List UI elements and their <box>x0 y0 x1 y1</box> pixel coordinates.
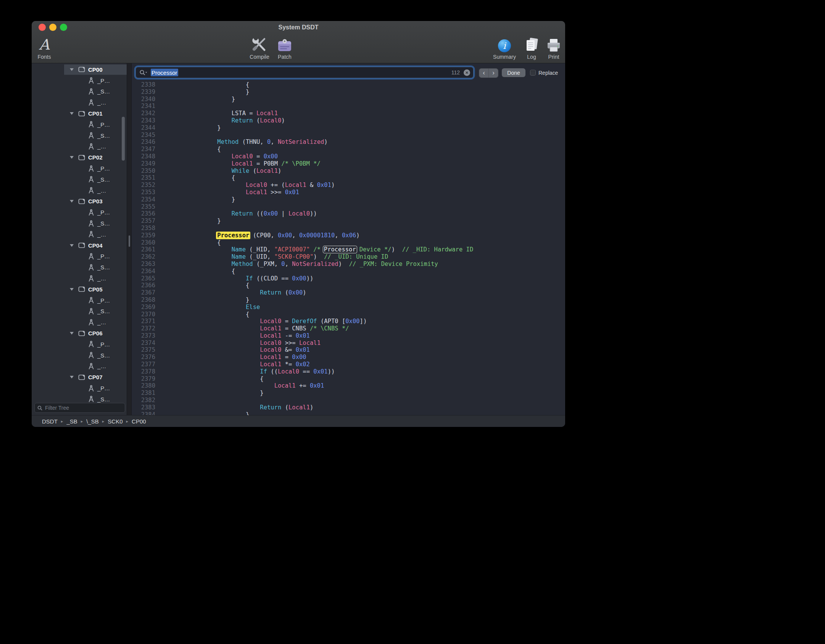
code-line: 2359 Processor (CP00, 0x00, 0x00001810, … <box>132 232 565 239</box>
sidebar-scrollbar[interactable] <box>122 117 125 161</box>
disclosure-triangle-icon[interactable] <box>70 244 74 247</box>
tree-item-child[interactable]: _S… <box>32 86 127 97</box>
code-line: 2348 Local0 = 0x00 <box>132 153 565 160</box>
done-button[interactable]: Done <box>502 68 525 77</box>
code-text: Return (Local1) <box>160 404 313 411</box>
line-number: 2359 <box>132 232 155 239</box>
tree-item-child[interactable]: _… <box>32 273 127 284</box>
code-text: } <box>160 96 235 103</box>
tree-item-cp04[interactable]: CP04 <box>32 240 127 251</box>
disclosure-triangle-icon[interactable] <box>70 376 74 378</box>
code-line: 2364 { <box>132 268 565 275</box>
tree-item-label: _P… <box>97 297 110 304</box>
tree-item-label: _S… <box>97 352 110 359</box>
log-toolbar-button[interactable]: Log <box>522 35 541 60</box>
tree-item-child[interactable]: _S… <box>32 394 127 404</box>
tree-item-cp07[interactable]: CP07 <box>32 372 127 383</box>
line-number: 2379 <box>132 375 155 383</box>
find-field[interactable]: Processor 112 ✕ <box>135 67 474 78</box>
find-match-current: Processor <box>216 232 250 239</box>
fonts-toolbar-button[interactable]: A Fonts <box>33 35 55 60</box>
disclosure-triangle-icon[interactable] <box>70 112 74 115</box>
method-icon <box>88 220 94 227</box>
tree-item-cp00[interactable]: CP00 <box>32 64 127 75</box>
tree-item-child[interactable]: _P… <box>32 383 127 394</box>
tree-item-label: _S… <box>97 220 110 227</box>
breadcrumb-item[interactable]: \_SB <box>86 418 99 425</box>
tree-item-child[interactable]: _S… <box>32 130 127 141</box>
code-line: 2361 Name (_HID, "ACPI0007" /* Processor… <box>132 246 565 253</box>
tree-item-child[interactable]: _… <box>32 361 127 372</box>
tree-item-label: _… <box>97 275 106 282</box>
tree-item-child[interactable]: _P… <box>32 339 127 350</box>
window-title: System DSDT <box>32 24 565 31</box>
tree-item-cp06[interactable]: CP06 <box>32 328 127 339</box>
method-icon <box>88 143 94 150</box>
tree-item-child[interactable]: _… <box>32 185 127 196</box>
scope-icon <box>78 330 85 336</box>
tree-item-child[interactable]: _S… <box>32 306 127 317</box>
breadcrumb-item[interactable]: SCK0 <box>108 418 122 425</box>
line-number: 2341 <box>132 103 155 110</box>
summary-label: Summary <box>493 54 516 60</box>
replace-checkbox[interactable] <box>530 70 536 76</box>
code-line: 2358 <box>132 225 565 232</box>
search-icon <box>37 406 42 411</box>
breadcrumb-separator-icon: ▸ <box>61 419 63 424</box>
find-previous-button[interactable]: ‹ <box>479 69 489 77</box>
code-line: 2340 } <box>132 96 565 103</box>
tree-item-child[interactable]: _P… <box>32 119 127 130</box>
method-icon <box>88 385 94 392</box>
disclosure-triangle-icon[interactable] <box>70 156 74 159</box>
breadcrumb-item[interactable]: DSDT <box>42 418 58 425</box>
tree-item-cp03[interactable]: CP03 <box>32 196 127 207</box>
tree-item-child[interactable]: _P… <box>32 207 127 218</box>
tree-item-child[interactable]: _P… <box>32 295 127 306</box>
code-text: } <box>160 296 249 304</box>
divider-handle-icon[interactable] <box>129 235 130 247</box>
summary-toolbar-button[interactable]: i Summary <box>488 35 521 60</box>
window-header: System DSDT A Fonts Compile <box>32 21 565 63</box>
tree-item-child[interactable]: _… <box>32 317 127 328</box>
tree-item-cp05[interactable]: CP05 <box>32 284 127 295</box>
disclosure-triangle-icon[interactable] <box>70 332 74 335</box>
tree-item-child[interactable]: _S… <box>32 262 127 273</box>
breadcrumb-item[interactable]: CP00 <box>132 418 146 425</box>
line-number: 2377 <box>132 361 155 368</box>
tree-item-label: _P… <box>97 253 110 259</box>
tree-item-child[interactable]: _… <box>32 141 127 152</box>
tree-item-child[interactable]: _P… <box>32 163 127 174</box>
clear-search-button[interactable]: ✕ <box>464 69 470 76</box>
breadcrumb-item[interactable]: _SB <box>66 418 77 425</box>
search-menu-icon[interactable] <box>139 69 148 76</box>
print-label: Print <box>548 54 559 60</box>
line-number: 2363 <box>132 261 155 268</box>
tree-item-cp02[interactable]: CP02 <box>32 152 127 163</box>
tree-item-label: _S… <box>97 308 110 314</box>
code-editor[interactable]: 2338 {2339 }2340 }23412342 LSTA = Local1… <box>132 81 565 415</box>
tree-item-child[interactable]: _P… <box>32 251 127 262</box>
tree-item-child[interactable]: _P… <box>32 75 127 86</box>
filter-tree-input[interactable] <box>44 404 122 411</box>
disclosure-triangle-icon[interactable] <box>70 200 74 203</box>
find-next-button[interactable]: › <box>489 69 498 77</box>
line-number: 2349 <box>132 160 155 167</box>
split-divider[interactable] <box>127 63 132 415</box>
disclosure-triangle-icon[interactable] <box>70 68 74 71</box>
tree-item-child[interactable]: _… <box>32 97 127 108</box>
line-number: 2342 <box>132 110 155 117</box>
code-line: 2371 Local0 = DerefOf (APT0 [0x00]) <box>132 318 565 325</box>
tree-item-label: _P… <box>97 165 110 172</box>
tree-item-child[interactable]: _S… <box>32 218 127 229</box>
print-toolbar-button[interactable]: Print <box>544 35 564 60</box>
tree-item-child[interactable]: _… <box>32 229 127 240</box>
tree-item-child[interactable]: _S… <box>32 350 127 361</box>
line-number: 2381 <box>132 390 155 397</box>
tree-item-cp01[interactable]: CP01 <box>32 108 127 119</box>
filter-tree-field[interactable] <box>34 403 125 413</box>
tree-item-child[interactable]: _S… <box>32 174 127 185</box>
patch-toolbar-button[interactable]: Patch <box>269 35 300 60</box>
disclosure-triangle-icon[interactable] <box>70 288 74 291</box>
log-label: Log <box>527 54 536 60</box>
line-number: 2356 <box>132 210 155 217</box>
